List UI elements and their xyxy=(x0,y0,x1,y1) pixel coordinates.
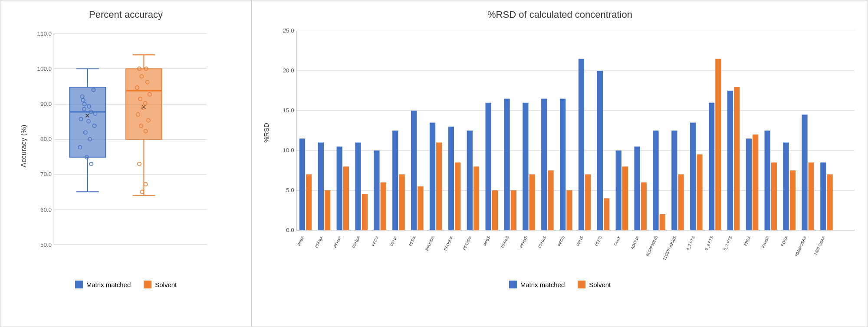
boxplot-svg: Accuracy (%) 110.0 100.0 90.0 80.0 70.0 … xyxy=(9,25,243,276)
bar-solvent-15 xyxy=(585,174,591,230)
bar-matrix-22 xyxy=(709,103,714,230)
right-legend-item-matrix: Matrix matched xyxy=(509,281,565,288)
bar-solvent-8 xyxy=(455,163,460,230)
right-legend-item-solvent: Solvent xyxy=(578,281,611,288)
svg-text:20.0: 20.0 xyxy=(283,67,294,74)
svg-text:50.0: 50.0 xyxy=(40,242,52,248)
matrix-box xyxy=(70,87,106,157)
left-chart-panel: Percent accuracy Accuracy (%) 110.0 100.… xyxy=(0,0,252,327)
svg-text:PFBS: PFBS xyxy=(483,235,491,247)
bar-solvent-23 xyxy=(734,87,740,230)
bar-solvent-2 xyxy=(343,167,349,230)
svg-text:80.0: 80.0 xyxy=(40,136,52,142)
bar-matrix-14 xyxy=(560,99,566,230)
svg-text:GenX: GenX xyxy=(613,235,621,246)
left-chart-title: Percent accuracy xyxy=(9,9,243,20)
right-legend-label-matrix: Matrix matched xyxy=(520,281,565,288)
bar-matrix-18 xyxy=(634,147,640,230)
svg-text:4_2 FTS: 4_2 FTS xyxy=(685,235,696,251)
bar-matrix-23 xyxy=(727,91,733,230)
svg-text:PFHxS: PFHxS xyxy=(519,235,528,249)
right-legend-box-solvent xyxy=(578,281,585,288)
boxplot-area: Accuracy (%) 110.0 100.0 90.0 80.0 70.0 … xyxy=(9,25,243,276)
barchart-svg: %RSD 25.0 20.0 15.0 10.0 5.0 0.0 xyxy=(261,25,859,276)
svg-text:PFBA: PFBA xyxy=(297,235,306,247)
bar-solvent-11 xyxy=(511,190,516,230)
bar-matrix-5 xyxy=(392,131,398,230)
bar-matrix-12 xyxy=(523,103,528,230)
bar-solvent-26 xyxy=(790,170,796,230)
svg-text:PFNA: PFNA xyxy=(390,235,398,247)
bar-matrix-24 xyxy=(746,138,752,230)
svg-text:6_2 FTS: 6_2 FTS xyxy=(704,235,714,251)
bar-matrix-13 xyxy=(541,99,547,230)
svg-text:FOSA: FOSA xyxy=(780,235,789,247)
bar-matrix-21 xyxy=(690,123,696,230)
svg-text:0.0: 0.0 xyxy=(286,227,294,233)
right-chart-panel: %RSD of calculated concentration %RSD 25… xyxy=(252,0,868,327)
svg-text:PFHpA: PFHpA xyxy=(352,235,361,249)
svg-point-57 xyxy=(140,190,144,193)
bar-solvent-4 xyxy=(381,182,386,230)
bar-matrix-9 xyxy=(467,131,473,230)
bar-matrix-17 xyxy=(616,150,621,230)
bar-matrix-27 xyxy=(802,114,807,230)
svg-text:8_2 FTS: 8_2 FTS xyxy=(723,235,733,251)
legend-box-matrix xyxy=(75,281,83,288)
rsd-y-axis-label: %RSD xyxy=(263,123,270,143)
legend-label-matrix: Matrix matched xyxy=(86,281,131,288)
svg-text:PFDA: PFDA xyxy=(408,235,417,247)
bar-matrix-10 xyxy=(486,103,491,230)
bar-solvent-21 xyxy=(697,154,702,230)
svg-text:PFDoDA: PFDoDA xyxy=(443,235,454,252)
bar-solvent-7 xyxy=(436,143,442,230)
bar-matrix-8 xyxy=(448,127,454,230)
legend-item-matrix: Matrix matched xyxy=(75,281,131,288)
svg-text:PFHxA: PFHxA xyxy=(333,235,342,249)
svg-text:NEtFOSAA: NEtFOSAA xyxy=(814,235,826,255)
right-legend-label-solvent: Solvent xyxy=(589,281,611,288)
svg-point-55 xyxy=(138,162,141,166)
bar-matrix-28 xyxy=(820,163,826,230)
svg-text:PFPeS: PFPeS xyxy=(500,235,510,249)
bar-solvent-10 xyxy=(492,190,498,230)
svg-text:110.0: 110.0 xyxy=(37,30,52,37)
svg-text:25.0: 25.0 xyxy=(283,27,294,34)
svg-text:PFDS: PFDS xyxy=(594,235,602,247)
bar-solvent-24 xyxy=(753,134,758,230)
bar-solvent-20 xyxy=(678,174,684,230)
bar-matrix-25 xyxy=(765,131,770,230)
bar-solvent-1 xyxy=(325,190,330,230)
bar-solvent-5 xyxy=(399,174,404,230)
right-chart-legend: Matrix matched Solvent xyxy=(261,281,859,288)
bar-solvent-9 xyxy=(473,167,479,230)
bar-solvent-16 xyxy=(604,198,609,230)
svg-text:FHxSA: FHxSA xyxy=(761,235,770,249)
legend-item-solvent: Solvent xyxy=(144,281,177,288)
legend-label-solvent: Solvent xyxy=(155,281,177,288)
svg-text:10.0: 10.0 xyxy=(283,147,294,154)
bar-matrix-20 xyxy=(671,131,677,230)
bar-solvent-3 xyxy=(362,194,368,230)
y-axis-label: Accuracy (%) xyxy=(20,124,28,167)
svg-point-56 xyxy=(144,183,147,186)
bar-matrix-19 xyxy=(653,131,658,230)
svg-text:15.0: 15.0 xyxy=(283,107,294,114)
right-legend-box-matrix xyxy=(509,281,517,288)
right-chart-title: %RSD of calculated concentration xyxy=(261,9,859,20)
left-chart-legend: Matrix matched Solvent xyxy=(9,281,243,288)
svg-text:PFHpS: PFHpS xyxy=(538,235,547,249)
svg-text:PFNS: PFNS xyxy=(576,235,584,247)
bar-matrix-2 xyxy=(337,147,342,230)
bar-matrix-11 xyxy=(504,99,510,230)
svg-text:ADONA: ADONA xyxy=(630,235,640,250)
svg-text:5.0: 5.0 xyxy=(286,187,294,193)
svg-text:FBSA: FBSA xyxy=(743,235,752,247)
bar-matrix-6 xyxy=(411,111,417,230)
bar-solvent-22 xyxy=(715,59,721,230)
svg-text:PFUnDA: PFUnDA xyxy=(425,235,436,252)
bar-matrix-16 xyxy=(597,71,603,230)
bar-solvent-0 xyxy=(306,174,312,230)
svg-text:60.0: 60.0 xyxy=(40,206,52,213)
svg-text:PFTriDA: PFTriDA xyxy=(462,235,473,251)
